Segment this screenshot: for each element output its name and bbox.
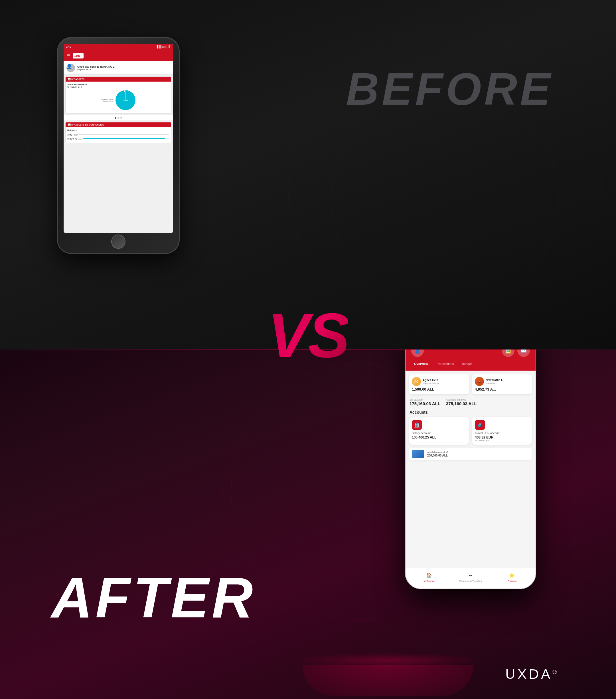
- my-balance: My balance 175,160.03 ALL: [410, 398, 440, 406]
- nav-products[interactable]: ⭐ Products: [491, 572, 533, 582]
- notification-cards: AC Agnes Cela requests money 1,500.00 AL…: [405, 371, 536, 397]
- old-chart-area: — Legend item — Legend item 98%: [67, 89, 170, 111]
- old-currencies-section: 📊 MY ASSETS BY CURRENCIES Balances 3.00 …: [65, 122, 171, 143]
- new-phone-frame: 9:41 ▐▐▐ WiFi 🔋 👤 🖼️ ✉️: [405, 350, 536, 589]
- new-tabs: Overview Transactions Budget: [405, 360, 536, 368]
- travel-icon: 🧳: [475, 420, 485, 430]
- account1-amount: 100,400.25 ALL: [412, 435, 466, 439]
- available-balance-label: Available balance: [446, 398, 477, 401]
- overdraft-label: Available overdraft: [427, 451, 448, 454]
- bottom-nav: 🏠 My finance ↔️ Payments & Transfers ⭐ P…: [405, 568, 536, 589]
- old-pagination-dots: [64, 115, 173, 120]
- old-balance-amount: 5,146.04 ALL: [67, 86, 170, 89]
- hamburger-icon: ☰: [66, 53, 70, 58]
- accounts-title: Accounts: [405, 409, 536, 417]
- old-assets-header: 📊 MY ASSETS: [66, 77, 171, 82]
- vs-label: VS: [268, 300, 348, 372]
- tab-overview[interactable]: Overview: [410, 360, 432, 368]
- old-balances-label: Balances: [67, 129, 170, 132]
- old-logo: BBKT: [73, 53, 83, 58]
- old-usd-row: 3.00 USD: [67, 133, 170, 136]
- registered-mark: ®: [552, 669, 559, 675]
- before-section: BEFORE 9:41 ▐▐▐ WiFi 🔋 ☰ BBKT: [0, 0, 616, 350]
- home-nav-icon: 🏠: [426, 572, 433, 579]
- logo-text: BKT: [76, 54, 82, 58]
- old-balance-title: Accounts Balance: [67, 83, 170, 86]
- old-all-row: 8,804.79 ALL: [67, 137, 170, 140]
- uxda-logo: UXDA®: [505, 666, 559, 682]
- old-usd-code: USD: [73, 134, 78, 136]
- old-status-bar: 9:41 ▐▐▐ WiFi 🔋: [64, 44, 173, 50]
- available-balance: Available balance 375,160.03 ALL: [446, 398, 477, 406]
- accounts-row: 🏦 Salary account 100,400.25 ALL 🧳 Travel…: [405, 417, 536, 448]
- after-label: AFTER: [51, 565, 256, 631]
- old-phone-frame: 9:41 ▐▐▐ WiFi 🔋 ☰ BBKT 👤: [57, 37, 180, 254]
- new-phone-screen: 9:41 ▐▐▐ WiFi 🔋 👤 🖼️ ✉️: [405, 350, 536, 589]
- notif2-avatar: 🚗: [475, 377, 484, 386]
- old-all-amount: 8,804.79: [67, 137, 77, 140]
- old-header: ☰ BBKT: [64, 50, 173, 61]
- new-phone: 9:41 ▐▐▐ WiFi 🔋 👤 🖼️ ✉️: [405, 350, 536, 595]
- notification-icon[interactable]: 🖼️: [502, 350, 514, 357]
- notif1-sub: requests money: [423, 382, 439, 384]
- old-avatar: 👤: [66, 64, 75, 72]
- available-balance-value: 375,160.03 ALL: [446, 401, 477, 406]
- old-user-sub: Deposit PACK: [77, 68, 115, 71]
- uxda-text: UXDA: [505, 667, 552, 682]
- salary-icon: 🏦: [412, 420, 422, 430]
- balance-section: My balance 175,160.03 ALL Available bala…: [405, 397, 536, 409]
- overdraft-card: Available overdraft 200,000.00 ALL: [409, 448, 532, 460]
- old-signal-icons: ▐▐▐ WiFi 🔋: [156, 45, 171, 48]
- nav-products-label: Products: [508, 580, 517, 582]
- old-home-button[interactable]: [111, 235, 125, 249]
- mail-icon[interactable]: ✉️: [517, 350, 530, 357]
- old-phone-screen: 9:41 ▐▐▐ WiFi 🔋 ☰ BBKT 👤: [64, 44, 173, 233]
- salary-account-card[interactable]: 🏦 Salary account 100,400.25 ALL: [409, 417, 469, 445]
- old-pie-percent: 98%: [123, 99, 128, 102]
- nav-transfers[interactable]: ↔️ Payments & Transfers: [450, 572, 491, 582]
- transfers-nav-icon: ↔️: [467, 572, 474, 579]
- old-usd-amount: 3.00: [67, 133, 72, 136]
- tab-transactions[interactable]: Transactions: [432, 360, 458, 368]
- notif1-avatar: AC: [412, 377, 421, 386]
- old-assets-section: 📊 MY ASSETS Accounts Balance 5,146.04 AL…: [65, 77, 171, 114]
- nav-home-label: My finance: [424, 580, 434, 582]
- notif1-amount: 1,500.00 ALL: [412, 387, 466, 392]
- my-balance-label: My balance: [410, 398, 440, 401]
- my-balance-value: 175,160.03 ALL: [410, 401, 440, 406]
- old-user-row: 👤 Good day TEST E_BANKING 2! Deposit PAC…: [64, 61, 173, 75]
- after-section: AFTER 9:41 ▐▐▐ WiFi 🔋: [0, 350, 616, 699]
- notif1-name: Agnes Cela: [423, 379, 439, 382]
- old-status-time: 9:41: [66, 45, 71, 48]
- travel-account-card[interactable]: 🧳 Travel EUR account 403.82 EUR 50,000.0…: [472, 417, 532, 445]
- nav-home[interactable]: 🏠 My finance: [409, 572, 450, 582]
- account2-name: Travel EUR account: [475, 432, 529, 435]
- card-image: [412, 450, 424, 458]
- old-user-greeting: Good day TEST E_BANKING 2!: [77, 65, 115, 68]
- profile-icon[interactable]: 👤: [411, 350, 424, 357]
- notif2-name: New traffic f...: [486, 379, 505, 382]
- new-header: 👤 🖼️ ✉️: [405, 350, 536, 360]
- old-currencies-header: 📊 MY ASSETS BY CURRENCIES: [66, 122, 171, 127]
- account2-amount: 403.82 EUR: [475, 435, 529, 439]
- account1-name: Salary account: [412, 432, 466, 435]
- overdraft-amount: 200,000.00 ALL: [427, 454, 448, 457]
- old-currencies-label: MY ASSETS BY CURRENCIES: [71, 123, 104, 126]
- old-all-code: ALL: [78, 138, 82, 140]
- pedestal: [288, 654, 488, 699]
- old-pie-chart: 98%: [116, 90, 135, 110]
- notif-card-2: 🚗 New traffic f... to pay for 4,952.73 A…: [472, 374, 532, 394]
- notif2-amount: 4,952.73 A...: [475, 387, 529, 392]
- account2-sub: 50,000.00 ALL: [475, 439, 529, 442]
- notif2-sub: to pay for: [486, 382, 505, 384]
- nav-transfers-label: Payments & Transfers: [459, 580, 482, 582]
- old-phone: 9:41 ▐▐▐ WiFi 🔋 ☰ BBKT 👤: [57, 37, 180, 254]
- before-label: BEFORE: [346, 63, 553, 115]
- old-assets-label: MY ASSETS: [71, 78, 84, 80]
- notif-card-1: AC Agnes Cela requests money 1,500.00 AL…: [409, 374, 469, 394]
- products-nav-icon: ⭐: [508, 572, 515, 579]
- tab-budget[interactable]: Budget: [458, 360, 476, 368]
